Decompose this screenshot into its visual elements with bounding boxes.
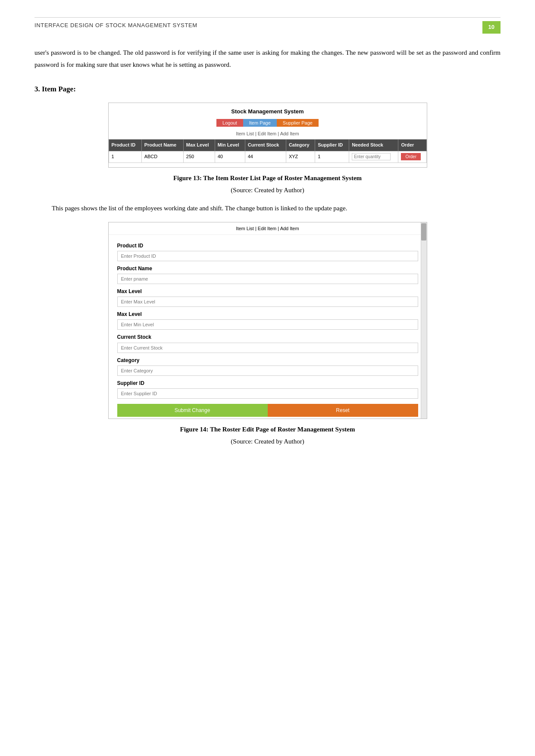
cell-max-level: 250 xyxy=(183,151,215,162)
cell-category: XYZ xyxy=(286,151,315,162)
col-supplier-id: Supplier ID xyxy=(315,140,349,151)
cell-order: Order xyxy=(398,151,426,162)
input-product-id[interactable] xyxy=(117,251,418,261)
edit-sub-nav-text: Item List | Edit Item | Add Item xyxy=(236,226,299,231)
figure13-source: (Source: Created by Author) xyxy=(34,185,501,195)
col-product-id: Product ID xyxy=(109,140,141,151)
figure14-source: (Source: Created by Author) xyxy=(34,436,501,447)
input-product-name[interactable] xyxy=(117,274,418,284)
cell-needed-stock xyxy=(349,151,398,162)
edit-sub-nav: Item List | Edit Item | Add Item xyxy=(109,222,427,235)
label-product-id: Product ID xyxy=(117,242,418,250)
table-header-row: Product ID Product Name Max Level Min Le… xyxy=(109,140,426,151)
cell-product-name: ABCD xyxy=(141,151,183,162)
input-category[interactable] xyxy=(117,366,418,376)
page-number: 10 xyxy=(482,21,501,34)
item-page-button[interactable]: Item Page xyxy=(243,119,277,127)
cell-current-stock: 44 xyxy=(245,151,286,162)
figure13-caption: Figure 13: The Item Roster List Page of … xyxy=(34,173,501,183)
label-product-name: Product Name xyxy=(117,265,418,273)
sub-nav-text: Item List | Edit Item | Add Item xyxy=(236,131,299,136)
form-button-row: Submit Change Reset xyxy=(117,404,418,417)
col-current-stock: Current Stock xyxy=(245,140,286,151)
edit-form: Product ID Product Name Max Level Max Le… xyxy=(109,235,427,417)
quantity-input[interactable] xyxy=(352,153,391,160)
label-category: Category xyxy=(117,356,418,365)
scrollbar xyxy=(421,222,427,419)
label-current-stock: Current Stock xyxy=(117,333,418,341)
order-button[interactable]: Order xyxy=(401,153,421,160)
label-min-level: Max Level xyxy=(117,310,418,319)
cell-supplier-id: 1 xyxy=(315,151,349,162)
label-supplier-id: Supplier ID xyxy=(117,379,418,387)
figure13-screenshot: Stock Management System Logout Item Page… xyxy=(108,103,427,168)
supplier-page-button[interactable]: Supplier Page xyxy=(277,119,319,127)
body-paragraph-2: This pages shows the list of the employe… xyxy=(34,202,501,215)
cell-min-level: 40 xyxy=(215,151,245,162)
figure14-caption: Figure 14: The Roster Edit Page of Roste… xyxy=(34,424,501,434)
page-header: INTERFACE DESIGN OF STOCK MANAGEMENT SYS… xyxy=(34,17,501,34)
input-current-stock[interactable] xyxy=(117,343,418,353)
reset-button[interactable]: Reset xyxy=(268,404,418,417)
submit-change-button[interactable]: Submit Change xyxy=(117,404,268,417)
sub-nav: Item List | Edit Item | Add Item xyxy=(109,130,427,138)
nav-bar: Logout Item Page Supplier Page xyxy=(109,119,427,127)
figure14-screenshot: Item List | Edit Item | Add Item Product… xyxy=(108,222,427,419)
logout-button[interactable]: Logout xyxy=(216,119,243,127)
section-heading: 3. Item Page: xyxy=(34,83,501,95)
col-max-level: Max Level xyxy=(183,140,215,151)
col-order: Order xyxy=(398,140,426,151)
cell-product-id: 1 xyxy=(109,151,141,162)
document-title: INTERFACE DESIGN OF STOCK MANAGEMENT SYS… xyxy=(34,21,197,30)
col-category: Category xyxy=(286,140,315,151)
col-needed-stock: Needed Stock xyxy=(349,140,398,151)
input-max-level[interactable] xyxy=(117,297,418,307)
sms-title: Stock Management System xyxy=(109,107,427,116)
item-table: Product ID Product Name Max Level Min Le… xyxy=(109,139,427,162)
table-row: 1 ABCD 250 40 44 XYZ 1 Order xyxy=(109,151,426,162)
input-supplier-id[interactable] xyxy=(117,388,418,399)
label-max-level: Max Level xyxy=(117,287,418,296)
scroll-thumb xyxy=(421,223,426,241)
body-paragraph-1: user's password is to be changed. The ol… xyxy=(34,47,501,71)
col-product-name: Product Name xyxy=(141,140,183,151)
input-min-level[interactable] xyxy=(117,319,418,330)
col-min-level: Min Level xyxy=(215,140,245,151)
